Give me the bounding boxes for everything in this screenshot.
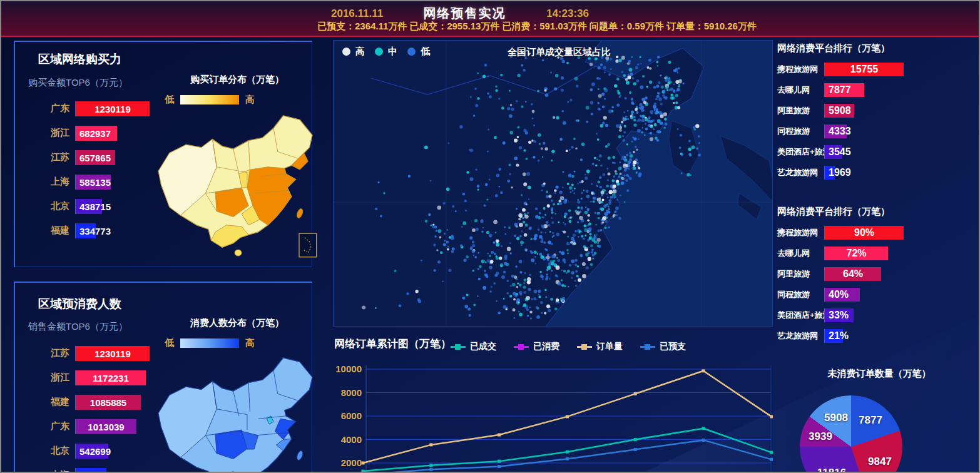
map-legend: 高中低 <box>342 46 430 58</box>
bar-track: 21% <box>824 329 979 343</box>
dashboard: 2016.11.11 网络预售实况 14:23:36 已预支：2364.11万件… <box>0 0 980 473</box>
header-stat: 问题单：0.59万件 <box>590 21 664 33</box>
rank-label: 美团酒店+旅游 <box>777 146 824 158</box>
bar-track: 72% <box>824 247 979 260</box>
line-legend-item[interactable]: 已消费 <box>514 341 559 352</box>
panel-unconsumed-orders: 未消费订单数量（万笔） 787798471181639395908 <box>777 358 980 473</box>
line-chart: 200040006000800010000 <box>333 357 773 473</box>
rank-label: 上海 <box>28 469 75 473</box>
header-stat: 已预支：2364.11万件 <box>317 21 407 33</box>
header-stat: 已消费：591.03万件 <box>502 21 587 33</box>
svg-text:6000: 6000 <box>341 410 362 421</box>
rank-label: 北京 <box>28 200 75 212</box>
bar-value: 5908 <box>829 105 851 116</box>
bar-value: 682937 <box>79 128 111 138</box>
legend-dot-icon <box>407 48 416 56</box>
panel-subtitle: 销售金额TOP6（万元） <box>28 321 128 333</box>
bar-track: 334773 <box>75 223 152 238</box>
legend-low-label: 低 <box>165 337 174 349</box>
rank-row: 美团酒店+旅游3545 <box>777 141 979 162</box>
map-subchart-title: 消费人数分布（万笔） <box>155 317 319 329</box>
platform-bar-list: 携程旅游网15755去哪儿网7877阿里旅游5908同程旅游4333美团酒店+旅… <box>777 59 979 183</box>
panel-national-order-map: 高中低 全国订单成交量区域占比 <box>333 40 773 327</box>
header-title-row: 2016.11.11 网络预售实况 14:23:36 <box>331 5 589 22</box>
legend-high-label: 高 <box>245 94 255 106</box>
bar-track: 682937 <box>75 126 152 141</box>
panel-regional-buying-power: 区域网络购买力 购买金额TOP6（万元） 广东1230119浙江682937江苏… <box>14 41 312 267</box>
bar-value: 4333 <box>829 126 851 137</box>
rank-row: 携程旅游网15755 <box>777 59 979 79</box>
bar-value: 1230119 <box>76 103 150 114</box>
scatter-map <box>334 41 773 327</box>
panel-title: 区域预消费人数 <box>38 296 121 312</box>
rank-row: 阿里旅游64% <box>777 263 979 284</box>
bar-track: 506520 <box>75 468 152 473</box>
rank-row: 上海585135 <box>28 170 152 194</box>
rank-row: 广东1013039 <box>28 414 152 439</box>
bar-value: 1172231 <box>76 372 146 383</box>
bar-value: 1013039 <box>76 421 136 432</box>
legend-label: 已预支 <box>660 341 686 352</box>
bar-track: 5908 <box>824 104 979 118</box>
map-legend-item[interactable]: 中 <box>375 46 397 58</box>
bar-track: 64% <box>824 267 979 281</box>
svg-text:4000: 4000 <box>341 434 362 445</box>
pie-label: 9847 <box>868 455 892 468</box>
legend-dot-icon <box>375 48 383 56</box>
legend-marker-icon <box>514 344 529 350</box>
map-legend-item[interactable]: 高 <box>342 46 365 58</box>
bar-track: 3545 <box>824 145 979 159</box>
rank-label: 北京 <box>28 445 75 457</box>
china-map-orange <box>145 106 325 263</box>
svg-text:2000: 2000 <box>341 457 362 468</box>
bar-track: 542699 <box>75 444 152 459</box>
pie-label: 11816 <box>817 467 846 473</box>
rank-row: 江苏657865 <box>28 145 152 170</box>
panel-title: 网络消费平台排行（万笔） <box>777 206 890 218</box>
map-subchart-title: 购买订单分布（万笔） <box>155 74 319 86</box>
panel-title: 区域网络购买力 <box>38 51 121 68</box>
bar-track: 40% <box>824 288 979 302</box>
pie-label: 7877 <box>859 414 882 427</box>
china-map-blue <box>145 348 325 473</box>
rank-row: 同程旅游40% <box>777 284 979 305</box>
line-legend-item[interactable]: 订单量 <box>577 341 623 352</box>
rank-row: 去哪儿网72% <box>777 243 979 263</box>
rank-label: 广东 <box>28 103 75 114</box>
line-legend-item[interactable]: 已成交 <box>451 341 496 352</box>
bar-value: 1969 <box>829 167 851 178</box>
rank-label: 福建 <box>28 396 75 408</box>
map-panel-title: 全国订单成交量区域占比 <box>508 46 611 58</box>
bar-track: 1085885 <box>75 395 152 410</box>
panel-subtitle: 购买金额TOP6（万元） <box>28 77 128 89</box>
bar-track: 1969 <box>824 166 979 180</box>
rank-label: 广东 <box>28 420 75 432</box>
rank-row: 去哪儿网7877 <box>777 79 979 100</box>
header-date: 2016.11.11 <box>331 8 383 20</box>
legend-low-label: 低 <box>165 94 174 106</box>
line-legend-item[interactable]: 已预支 <box>640 341 686 352</box>
pie-label: 3939 <box>809 430 832 443</box>
map-legend-item[interactable]: 低 <box>407 46 430 58</box>
rank-label: 阿里旅游 <box>777 268 824 280</box>
rank-row: 浙江1172231 <box>28 365 152 390</box>
bar-value: 21% <box>829 330 849 342</box>
legend-label: 已消费 <box>533 341 559 352</box>
rank-row: 艺龙旅游网21% <box>777 325 979 346</box>
legend-label: 订单量 <box>596 341 623 352</box>
rank-row: 福建1085885 <box>28 390 152 414</box>
bar-value: 64% <box>825 268 881 280</box>
bar-value: 585135 <box>79 176 111 187</box>
rank-label: 江苏 <box>28 347 75 359</box>
pie-label: 5908 <box>824 412 848 424</box>
bar-value: 334773 <box>79 225 111 236</box>
rank-label: 江苏 <box>28 151 75 163</box>
rank-label: 同程旅游 <box>777 289 824 300</box>
header-stat: 已成交：2955.13万件 <box>409 21 499 33</box>
rank-row: 携程旅游网90% <box>777 222 979 243</box>
panel-platform-rank-volume: 网络消费平台排行（万笔） 携程旅游网15755去哪儿网7877阿里旅游5908同… <box>777 40 979 196</box>
rank-label: 携程旅游网 <box>777 227 824 238</box>
page-title: 网络预售实况 <box>424 5 506 22</box>
bar-track: 90% <box>824 226 979 240</box>
rank-label: 同程旅游 <box>777 126 824 137</box>
